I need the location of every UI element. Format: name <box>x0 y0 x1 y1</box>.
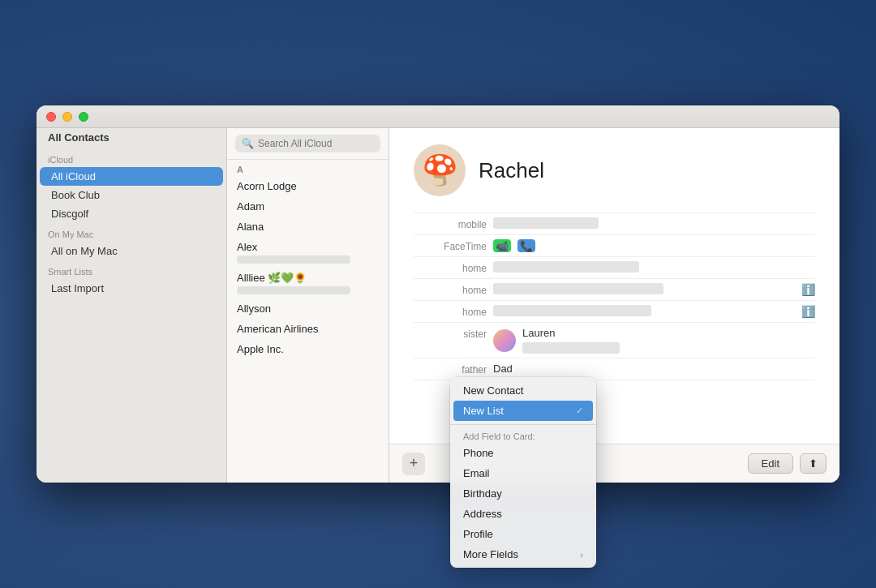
contacts-window: All Contacts iCloud All iCloud Book Club… <box>36 105 840 483</box>
maximize-button[interactable] <box>79 112 88 122</box>
field-label-home-3: home <box>414 305 487 318</box>
sidebar-section-smart-lists: Smart Lists <box>36 260 226 279</box>
submenu-arrow-icon: › <box>580 550 583 560</box>
list-item[interactable]: Adam <box>227 196 389 217</box>
field-row-sister: sister Lauren <box>414 322 815 358</box>
menu-item-more-fields[interactable]: More Fields › <box>450 544 596 564</box>
add-field-label: Add Field to Card: <box>450 428 596 443</box>
sidebar-item-all-my-mac[interactable]: All on My Mac <box>40 242 223 260</box>
info-icon-1[interactable]: ℹ️ <box>801 283 815 296</box>
titlebar <box>36 105 840 128</box>
traffic-lights <box>46 112 88 122</box>
sidebar-section-icloud: iCloud <box>36 148 226 167</box>
minimize-button[interactable] <box>62 112 72 122</box>
field-value-mobile <box>493 217 815 229</box>
field-label-mobile: mobile <box>414 217 487 230</box>
new-list-checkmark-icon: ✓ <box>576 406 583 416</box>
search-icon: 🔍 <box>242 138 254 149</box>
menu-item-new-list[interactable]: New List ✓ <box>453 401 593 421</box>
facetime-video-icon[interactable]: 📹 <box>493 239 511 252</box>
sister-name: Lauren <box>522 327 620 339</box>
sister-avatar <box>493 329 516 352</box>
info-icon-2[interactable]: ℹ️ <box>801 305 815 318</box>
field-value-father: Dad <box>493 363 815 375</box>
add-button[interactable]: + <box>402 453 425 475</box>
field-row-home-3: home ℹ️ <box>414 300 815 322</box>
menu-item-email[interactable]: Email <box>450 463 596 483</box>
facetime-icons: 📹 📞 <box>493 239 815 252</box>
dropdown-separator <box>450 424 596 425</box>
list-item[interactable]: American Airlines <box>227 319 389 339</box>
field-value-facetime: 📹 📞 <box>493 239 815 252</box>
plus-icon: + <box>410 455 419 472</box>
sidebar-item-book-club[interactable]: Book Club <box>40 186 223 204</box>
more-fields-label: More Fields <box>463 548 518 560</box>
list-item[interactable]: Alex <box>227 237 389 268</box>
field-row-father: father Dad <box>414 358 815 380</box>
field-label-facetime: FaceTime <box>414 239 487 252</box>
field-row-home-2: home ℹ️ <box>414 278 815 300</box>
contact-list: 🔍 A Acorn Lodge Adam Alana Alex <box>227 128 389 483</box>
field-value-sister: Lauren <box>493 327 815 354</box>
sidebar: All Contacts iCloud All iCloud Book Club… <box>36 128 227 483</box>
dropdown-menu: New Contact New List ✓ Add Field to Card… <box>450 377 596 568</box>
menu-item-new-contact[interactable]: New Contact <box>450 380 596 401</box>
avatar: 🍄 <box>414 144 466 196</box>
field-label-home-2: home <box>414 283 487 296</box>
facetime-phone-icon[interactable]: 📞 <box>517 239 535 252</box>
search-wrap: 🔍 <box>235 135 380 152</box>
search-bar: 🔍 <box>227 128 389 160</box>
sister-row: Lauren <box>493 327 815 354</box>
menu-item-phone[interactable]: Phone <box>450 443 596 463</box>
list-item[interactable]: Allliee 🌿💚🌻 <box>227 268 389 298</box>
field-row-facetime: FaceTime 📹 📞 <box>414 234 815 256</box>
main-content: All Contacts iCloud All iCloud Book Club… <box>36 128 840 483</box>
field-row-home-1: home <box>414 256 815 278</box>
new-list-label: New List <box>463 405 504 417</box>
contact-name: Rachel <box>479 158 544 183</box>
list-item[interactable]: Apple Inc. <box>227 339 389 359</box>
sidebar-item-discgolf[interactable]: Discgolf <box>40 204 223 223</box>
list-item[interactable]: Allyson <box>227 298 389 319</box>
field-label-sister: sister <box>414 327 487 340</box>
field-value-home-2 <box>493 283 795 294</box>
field-label-father: father <box>414 363 487 376</box>
contact-section-a: A <box>227 160 389 176</box>
menu-item-address[interactable]: Address <box>450 504 596 524</box>
all-contacts-label[interactable]: All Contacts <box>36 128 226 148</box>
menu-item-birthday[interactable]: Birthday <box>450 483 596 504</box>
edit-button[interactable]: Edit <box>748 453 793 474</box>
contact-header: 🍄 Rachel <box>414 144 815 196</box>
contact-list-scroll[interactable]: A Acorn Lodge Adam Alana Alex Allliee 🌿💚… <box>227 160 389 483</box>
sidebar-item-all-icloud[interactable]: All iCloud <box>40 167 223 186</box>
search-input[interactable] <box>258 138 374 149</box>
field-value-home-3 <box>493 305 795 316</box>
field-label-home-1: home <box>414 261 487 274</box>
field-value-home-1 <box>493 261 815 273</box>
list-item[interactable]: Alana <box>227 217 389 237</box>
share-button[interactable]: ⬆ <box>800 453 827 474</box>
menu-item-profile[interactable]: Profile <box>450 524 596 544</box>
sidebar-section-my-mac: On My Mac <box>36 223 226 242</box>
close-button[interactable] <box>46 112 56 122</box>
list-item[interactable]: Acorn Lodge <box>227 176 389 196</box>
sidebar-item-last-import[interactable]: Last Import <box>40 279 223 298</box>
field-row-mobile: mobile <box>414 212 815 234</box>
